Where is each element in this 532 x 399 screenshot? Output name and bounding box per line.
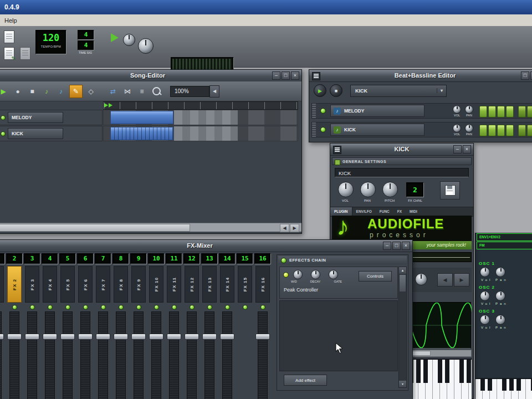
timesig-numerator[interactable]: 4 [78,30,94,40]
fx-channel-label[interactable]: FX 14 [220,266,234,303]
bb-stop-button[interactable]: ■ [330,84,342,97]
fx-channel-number[interactable]: 13 [201,253,218,264]
fader-handle[interactable] [0,334,4,340]
osc2-pan-knob[interactable] [495,291,505,301]
play-button[interactable]: ▶ [0,85,9,98]
magnifier-icon[interactable] [150,85,162,98]
vol-knob[interactable] [453,124,461,132]
tab-func[interactable]: FUNC [376,207,393,216]
fx-channel-label[interactable]: FX 5 [60,266,75,303]
fx-channel-label[interactable]: FX 15 [238,266,252,303]
swap-icon[interactable]: ⇄ [107,85,119,98]
fader-handle[interactable] [185,334,199,340]
vol-knob[interactable] [453,105,461,114]
close-button[interactable]: × [402,242,410,250]
maximize-button[interactable]: □ [282,71,290,80]
minimize-button[interactable]: – [383,242,391,250]
scroll-down-icon[interactable]: ▾ [399,381,406,387]
fx-channel-led[interactable] [154,305,159,310]
track-head-melody[interactable]: MELODY [0,110,103,125]
fx-channel-led[interactable] [136,305,141,310]
add-effect-button[interactable]: Add effect [284,375,327,386]
fx-channel-label[interactable]: FX 8 [114,266,128,303]
pan-knob[interactable] [360,182,376,197]
fx-channel-led[interactable] [101,305,106,310]
fx-channel-number[interactable]: 9 [130,253,147,264]
fader-handle[interactable] [220,334,234,340]
fx-channel-label[interactable]: FX 6 [78,266,93,303]
effect-item[interactable]: W/D DECAY GATE Controls Peak Controller [279,267,398,299]
beat-cell[interactable] [506,106,514,117]
instrument-name-field[interactable]: KICK [335,168,469,177]
edit-mode-button[interactable]: ◇ [85,85,97,98]
record-button[interactable]: ● [12,85,24,98]
tab-midi[interactable]: MIDI [406,207,421,216]
fm-tab[interactable]: FM [477,242,532,249]
beat-cell[interactable] [518,106,526,117]
fx-fader[interactable] [42,311,58,399]
beat-cell[interactable] [506,125,514,136]
fx-channel-label[interactable]: FX 12 [185,266,199,303]
fx-channel-display[interactable]: 2 [406,182,424,197]
fx-channel-led[interactable] [260,305,265,310]
track-grip[interactable] [312,122,316,137]
fx-channel-number[interactable]: 11 [166,253,182,264]
fx-channel-label[interactable]: FX 4 [43,266,57,303]
fx-fader[interactable] [24,311,40,399]
bb-pattern-combobox[interactable]: KICK ▾ [350,85,447,97]
minimize-button[interactable]: – [453,145,462,154]
master-volume-knob[interactable] [123,34,135,46]
tempo-display[interactable]: 120 TEMPO/BPM [35,30,66,54]
effects-chain-scrollbar[interactable]: ▲ ▾ [398,267,407,388]
scroll-right-icon[interactable]: ▶ [290,224,299,232]
fx-channel-label[interactable]: FX 13 [202,266,217,303]
track-name-button[interactable]: MELODY [8,112,63,123]
track-mute-led[interactable] [320,127,326,132]
fx-channel-number[interactable]: 8 [112,253,129,264]
bb-instrument-button[interactable]: ♪ MELODY [330,105,424,117]
fx-mixer-titlebar[interactable]: FX-Mixer – □ × [0,240,412,252]
track-mute-led[interactable] [1,115,6,120]
fader-handle[interactable] [7,334,22,340]
fx-channel-led[interactable] [48,305,53,310]
add-bb-track-button[interactable]: ♪ [40,85,53,98]
osc2-vol-knob[interactable] [480,291,490,301]
fx-channel-number[interactable]: 1 [0,253,5,264]
fx-fader[interactable] [148,311,165,399]
fx-fader[interactable] [95,311,111,399]
beat-cell[interactable] [527,106,532,117]
fx-fader[interactable] [130,311,147,399]
fx-channel-led[interactable] [65,305,70,310]
fx-channel-number[interactable]: 2 [6,253,23,264]
scroll-up-icon[interactable]: ▲ [399,267,406,274]
fx-fader[interactable] [0,311,5,399]
beat-cell[interactable] [497,125,505,136]
track-lane-kick[interactable] [103,126,298,141]
wet-dry-knob[interactable] [293,270,303,279]
stop-button[interactable]: ■ [26,85,38,98]
fx-fader[interactable] [6,311,23,399]
beat-cell[interactable] [488,106,496,117]
fx-fader[interactable] [59,311,76,399]
fx-channel-led[interactable] [172,305,177,310]
fx-fader[interactable] [219,311,236,399]
fader-handle[interactable] [255,334,270,340]
track-mute-led[interactable] [1,131,6,136]
beat-cell[interactable] [527,125,532,136]
fx-channel-label[interactable]: FX 2 [7,266,22,303]
fx-channel-led[interactable] [225,305,230,310]
tab-plugin[interactable]: PLUGIN [330,207,352,216]
bb-editor-titlebar[interactable]: Beat+Bassline Editor □ × [309,70,532,82]
bb-play-button[interactable]: ▶ [314,84,326,97]
scrollbar-handle[interactable] [400,275,406,291]
instrument-titlebar[interactable]: KICK – × [330,144,473,156]
maximize-button[interactable]: □ [521,71,529,80]
master-pitch-knob[interactable] [138,38,154,54]
fx-fader[interactable] [183,311,200,399]
beat-cell[interactable] [479,106,487,117]
fx-fader[interactable] [77,311,94,399]
piano-black-keys[interactable] [475,379,532,391]
fx-fader[interactable] [254,311,271,399]
fx-channel-label[interactable]: FX 11 [167,266,181,303]
menu-help[interactable]: Help [0,17,22,24]
